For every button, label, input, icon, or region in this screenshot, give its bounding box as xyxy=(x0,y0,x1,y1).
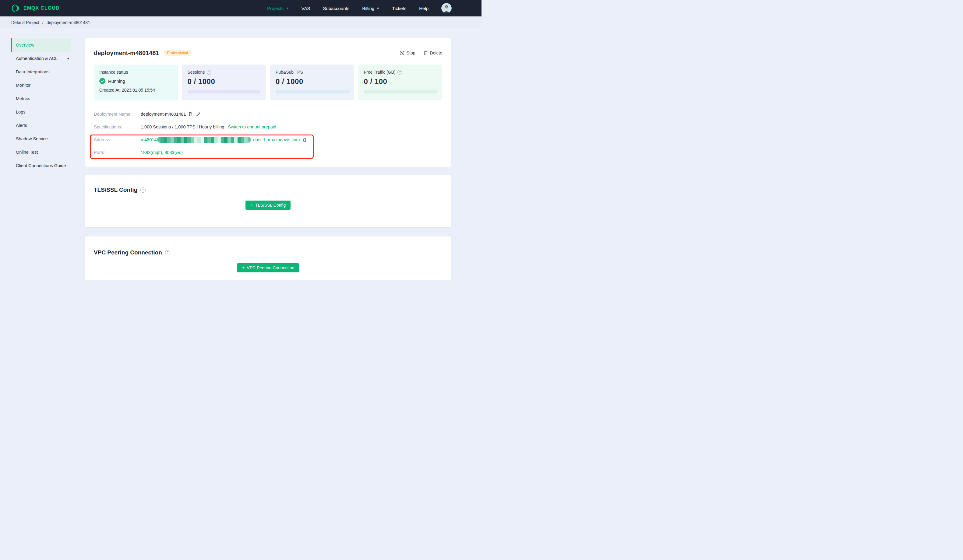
chevron-down-icon xyxy=(67,58,70,59)
deployment-title-row: deployment-m4801481 Professional Stop xyxy=(94,38,442,58)
nav-projects-label: Projects xyxy=(267,6,284,11)
stop-label: Stop xyxy=(407,50,415,55)
instance-status-label: Instance status xyxy=(99,70,172,74)
sidebar: Overview Authentication & ACL Data Integ… xyxy=(0,28,79,172)
main-content: deployment-m4801481 Professional Stop xyxy=(79,28,481,280)
address-prefix: m48014 xyxy=(141,137,157,142)
sidebar-item-label: Logs xyxy=(16,110,25,115)
chevron-down-icon xyxy=(377,8,379,9)
logo-text: EMQX CLOUD xyxy=(23,5,59,11)
traffic-value: 0 / 100 xyxy=(364,77,437,86)
user-avatar[interactable] xyxy=(441,3,452,13)
check-circle-icon xyxy=(99,78,105,84)
copy-icon[interactable] xyxy=(188,112,193,117)
stop-icon xyxy=(400,50,404,55)
sidebar-item-label: Data Integrations xyxy=(16,70,49,74)
sidebar-item-label: Metrics xyxy=(16,96,30,101)
switch-annual-prepaid-link[interactable]: Switch to annual prepaid xyxy=(228,125,276,129)
vpc-peering-card: VPC Peering Connection VPC Peering Conne… xyxy=(85,236,451,280)
sessions-card: Sessions 0 / 1000 xyxy=(182,65,266,100)
sidebar-item-label: Online Test xyxy=(16,150,38,155)
help-icon[interactable] xyxy=(207,70,211,74)
status-text: Running xyxy=(108,79,125,84)
nav-billing-label: Billing xyxy=(362,6,374,11)
stop-button[interactable]: Stop xyxy=(400,50,415,55)
deployment-details: Deployment Name: deployment-m4801481 xyxy=(94,108,442,159)
sidebar-item-authentication-acl[interactable]: Authentication & ACL xyxy=(11,52,71,65)
stats-row: Instance status Running Created At: 2023… xyxy=(94,65,442,100)
tps-label: Pub&Sub TPS xyxy=(276,70,303,74)
specifications-row: Specifications: 1,000 Sessions / 1,000 T… xyxy=(94,121,442,133)
nav-subaccounts-label: Subaccounts xyxy=(323,6,349,11)
sidebar-item-online-test[interactable]: Online Test xyxy=(11,146,71,159)
nav-subaccounts[interactable]: Subaccounts xyxy=(323,6,349,11)
breadcrumb-project[interactable]: Default Project xyxy=(11,20,39,25)
sidebar-item-alerts[interactable]: Alerts xyxy=(11,119,71,132)
breadcrumb-current: deployment-m4801481 xyxy=(47,20,90,25)
add-tls-config-button[interactable]: TLS/SSL Config xyxy=(245,201,290,210)
deployment-name-value: deployment-m4801481 xyxy=(141,112,186,117)
nav-projects[interactable]: Projects xyxy=(267,6,289,11)
tps-progress-bar xyxy=(276,91,349,94)
help-icon[interactable] xyxy=(140,188,146,193)
top-navbar: EMQX CLOUD Projects VAS Subaccounts Bill… xyxy=(0,0,481,16)
sidebar-item-label: Overview xyxy=(16,43,34,47)
deployment-name-label: Deployment Name: xyxy=(94,112,141,117)
trash-icon xyxy=(423,50,428,55)
sidebar-item-label: Authentication & ACL xyxy=(16,56,58,61)
instance-status-value: Running xyxy=(99,78,172,84)
sidebar-item-metrics[interactable]: Metrics xyxy=(11,92,71,105)
nav-billing[interactable]: Billing xyxy=(362,6,379,11)
nav-help-label: Help xyxy=(419,6,428,11)
sessions-label: Sessions xyxy=(188,70,205,74)
breadcrumb-separator: / xyxy=(42,20,44,25)
tps-value: 0 / 1000 xyxy=(276,77,349,86)
sidebar-item-label: Client Connections Guide xyxy=(16,163,66,168)
nav-tickets[interactable]: Tickets xyxy=(392,6,406,11)
nav-tickets-label: Tickets xyxy=(392,6,406,11)
address-redacted xyxy=(157,137,251,143)
tls-ssl-card: TLS/SSL Config TLS/SSL Config xyxy=(85,175,451,227)
deployment-title: deployment-m4801481 xyxy=(94,50,159,57)
address-label: Address: xyxy=(94,137,141,142)
help-icon[interactable] xyxy=(397,70,402,74)
sidebar-item-label: Alerts xyxy=(16,123,27,128)
help-icon[interactable] xyxy=(165,250,170,255)
delete-button[interactable]: Delete xyxy=(423,50,442,55)
avatar-person-icon xyxy=(441,3,452,13)
ports-row: Ports: 1883(mqtt), 8083(ws) xyxy=(94,146,442,159)
created-at-text: Created At: 2023.01.05 15:54 xyxy=(99,87,172,92)
app-logo[interactable]: EMQX CLOUD xyxy=(11,4,59,13)
specifications-value: 1,000 Sessions / 1,000 TPS | Hourly bill… xyxy=(141,125,224,129)
instance-status-card: Instance status Running Created At: 2023… xyxy=(94,65,178,100)
specifications-label: Specifications: xyxy=(94,125,141,129)
sidebar-item-monitor[interactable]: Monitor xyxy=(11,79,71,92)
edit-icon[interactable] xyxy=(196,112,201,117)
sidebar-item-overview[interactable]: Overview xyxy=(11,38,71,52)
emqx-logo-icon xyxy=(11,4,20,13)
nav-vas[interactable]: VAS xyxy=(302,6,310,11)
sidebar-item-logs[interactable]: Logs xyxy=(11,105,71,119)
chevron-down-icon xyxy=(286,8,289,9)
copy-icon[interactable] xyxy=(302,138,307,142)
sidebar-item-label: Shadow Service xyxy=(16,136,48,141)
sidebar-item-shadow-service[interactable]: Shadow Service xyxy=(11,132,71,146)
sidebar-item-client-connections-guide[interactable]: Client Connections Guide xyxy=(11,159,71,172)
add-vpc-peering-button[interactable]: VPC Peering Connection xyxy=(237,263,299,272)
nav-menu: Projects VAS Subaccounts Billing Tickets… xyxy=(267,3,452,13)
vpc-heading: VPC Peering Connection xyxy=(94,249,162,256)
deployment-name-row: Deployment Name: deployment-m4801481 xyxy=(94,108,442,121)
deployment-actions: Stop Delete xyxy=(400,50,442,55)
ports-value: 1883(mqtt), 8083(ws) xyxy=(141,150,183,155)
nav-help[interactable]: Help xyxy=(419,6,428,11)
address-row: Address: m48014 -east-1.amazonaws.com xyxy=(94,133,442,146)
pubsub-tps-card: Pub&Sub TPS 0 / 1000 xyxy=(270,65,354,100)
free-traffic-card: Free Traffic (GB) 0 / 100 xyxy=(358,65,443,100)
ports-label: Ports: xyxy=(94,150,141,155)
sidebar-item-data-integrations[interactable]: Data Integrations xyxy=(11,65,71,79)
add-vpc-peering-label: VPC Peering Connection xyxy=(247,265,294,270)
deployment-overview-card: deployment-m4801481 Professional Stop xyxy=(85,38,451,167)
delete-label: Delete xyxy=(430,50,442,55)
breadcrumb: Default Project / deployment-m4801481 xyxy=(0,16,481,28)
tls-heading: TLS/SSL Config xyxy=(94,186,137,193)
